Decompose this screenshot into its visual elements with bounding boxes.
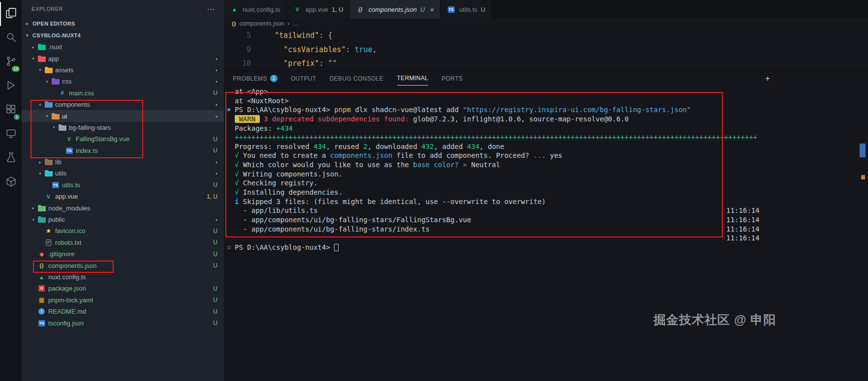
modified-dot: ● <box>216 115 217 118</box>
tree-item-utils.ts[interactable]: TSutils.tsU <box>22 179 224 191</box>
terminal-line: at <NuxtRoot> <box>224 96 868 106</box>
tree-item-components.json[interactable]: {}components.jsonU <box>22 260 224 271</box>
tree-item-label: app.vue <box>55 193 78 200</box>
terminal-line: Packages: +434 <box>224 124 868 133</box>
tree-item-css[interactable]: ▾css● <box>22 76 224 87</box>
more-actions-icon[interactable]: ⋯ <box>207 4 216 14</box>
activity-bar: 151 <box>0 0 22 381</box>
vscode-window: 151 EXPLORER ⋯ ▸ OPEN EDITORS ▾ CSYBLOG-… <box>0 0 868 381</box>
modified-dot: ● <box>216 160 217 164</box>
tree-item-pnpm-lock.yaml[interactable]: ▦pnpm-lock.yamlU <box>22 294 224 306</box>
star-file-icon: ★ <box>44 227 53 234</box>
tree-item-index.ts[interactable]: TSindex.tsU <box>22 145 224 156</box>
activity-testing[interactable] <box>0 147 22 171</box>
terminal-timestamp: 11:16:14 <box>726 206 759 215</box>
chevron-down-icon: ▾ <box>24 33 31 38</box>
git-file-icon: ◆ <box>37 251 46 258</box>
activity-containers[interactable] <box>0 171 22 195</box>
tree-item-node_modules[interactable]: ▸node_modules <box>22 202 224 213</box>
tree-item-utils[interactable]: ▾utils● <box>22 168 224 179</box>
breadcrumb[interactable]: {} components.json › ... <box>224 19 868 29</box>
line-number: 5 <box>224 29 251 43</box>
activity-search[interactable] <box>0 26 22 50</box>
open-editors-section[interactable]: ▸ OPEN EDITORS <box>22 18 224 29</box>
activity-badge: 1 <box>14 114 20 120</box>
panel-tab-ports[interactable]: PORTS <box>441 71 463 86</box>
tree-item-FallingStarsBg.vue[interactable]: VFallingStarsBg.vueU <box>22 133 224 145</box>
tree-item-label: FallingStarsBg.vue <box>76 135 129 143</box>
activity-run-debug[interactable] <box>0 74 22 98</box>
tree-item-label: components.json <box>48 262 96 269</box>
chevron-right-icon: ▸ <box>30 45 37 50</box>
git-status-badge: U <box>213 89 217 96</box>
scrollbar-thumb[interactable] <box>860 144 866 157</box>
activity-explorer[interactable] <box>0 2 22 26</box>
tab-utils.ts[interactable]: TSutils.tsU <box>440 0 492 19</box>
explorer-icon <box>5 7 17 21</box>
activity-remote-explorer[interactable] <box>0 122 22 147</box>
panel-tab-label: PROBLEMS <box>233 75 267 82</box>
code-line: 10 "prefix": "" <box>224 57 868 71</box>
tree-item-app.vue[interactable]: Vapp.vue1, U <box>22 191 224 202</box>
panel-tabs: PROBLEMS1OUTPUTDEBUG CONSOLETERMINALPORT… <box>233 71 463 86</box>
tree-item-app[interactable]: ▾app● <box>22 53 224 64</box>
tree-item-label: lib <box>55 158 62 166</box>
panel-tab-label: DEBUG CONSOLE <box>330 75 384 82</box>
tree-item-label: .gitignore <box>48 250 74 258</box>
terminal-cursor <box>334 244 339 251</box>
tree-item-label: README.md <box>48 308 86 315</box>
tab-nuxt.config.ts[interactable]: ▲nuxt.config.ts <box>224 0 287 19</box>
tree-item-package.json[interactable]: npackage.jsonU <box>22 283 224 294</box>
tree-item-.gitignore[interactable]: ◆.gitignoreU <box>22 248 224 260</box>
activity-badge: 15 <box>12 66 20 72</box>
tree-item-nuxt.config.ts[interactable]: ▲nuxt.config.ts <box>22 271 224 283</box>
tree-item-robots.txt[interactable]: robots.txtU <box>22 237 224 248</box>
tree-item-label: public <box>48 216 65 223</box>
tab-app.vue[interactable]: Vapp.vue1, U <box>287 0 350 19</box>
chevron-down-icon: ▾ <box>43 114 51 118</box>
tree-item-tsconfig.json[interactable]: TStsconfig.jsonU <box>22 317 224 328</box>
tree-item-favicon.ico[interactable]: ★favicon.icoU <box>22 225 224 236</box>
activity-source-control[interactable]: 15 <box>0 50 22 74</box>
close-icon[interactable]: × <box>430 5 434 14</box>
panel-tab-output[interactable]: OUTPUT <box>291 71 316 86</box>
tree-item-label: nuxt.config.ts <box>48 273 86 281</box>
code-editor[interactable]: 5 "tailwind": {9 "cssVariables": true,10… <box>224 29 868 71</box>
testing-icon <box>5 151 17 166</box>
tree-item-public[interactable]: ▾public● <box>22 214 224 225</box>
tree-item-lib[interactable]: ▸lib● <box>22 156 224 168</box>
terminal-line: i Skipped 3 files: (files might be ident… <box>224 197 868 206</box>
workspace-label: CSYBLOG-NUXT4 <box>32 32 81 38</box>
tree-item-label: pnpm-lock.yaml <box>48 296 93 304</box>
tree-item-ui[interactable]: ▾ui● <box>22 110 224 121</box>
chevron-down-icon: ▾ <box>30 217 37 222</box>
tree-item-main.css[interactable]: #main.cssU <box>22 88 224 99</box>
panel-tab-terminal[interactable]: TERMINAL <box>397 71 429 86</box>
terminal[interactable]: at <App>at <NuxtRoot>●PS D:\AA\csyblog-n… <box>224 86 868 381</box>
tree-item-components[interactable]: ▾components● <box>22 99 224 110</box>
tree-item-.nuxt[interactable]: ▸.nuxt <box>22 41 224 53</box>
workspace-section[interactable]: ▾ CSYBLOG-NUXT4 <box>22 29 224 41</box>
terminal-line: √ Which color would you like to use as t… <box>224 160 868 170</box>
modified-dot: ● <box>216 68 217 72</box>
tree-item-bg-falling-stars[interactable]: ▾bg-falling-stars <box>22 122 224 133</box>
panel-tab-debug-console[interactable]: DEBUG CONSOLE <box>330 71 384 86</box>
modified-dot: ● <box>216 80 217 83</box>
ts-file-icon: TS <box>51 182 60 188</box>
panel-tab-problems[interactable]: PROBLEMS1 <box>233 71 278 86</box>
tab-label: nuxt.config.ts <box>243 6 280 13</box>
tab-label: app.vue <box>306 6 328 13</box>
activity-extensions[interactable]: 1 <box>0 98 22 122</box>
tab-components.json[interactable]: {}components.jsonU× <box>350 0 440 19</box>
editor-area: ▲nuxt.config.tsVapp.vue1, U{}components.… <box>224 0 868 381</box>
tree-item-assets[interactable]: ▾assets● <box>22 64 224 76</box>
tree-item-label: app <box>48 55 59 62</box>
code-line: 5 "tailwind": { <box>224 29 868 43</box>
folder-icon <box>58 124 67 131</box>
panel-tab-label: PORTS <box>441 75 463 82</box>
tree-item-README.md[interactable]: iREADME.mdU <box>22 306 224 317</box>
new-terminal-icon[interactable]: + <box>765 74 770 84</box>
explorer-tree: ▸.nuxt▾app●▾assets●▾css●#main.cssU▾compo… <box>22 41 224 329</box>
folder-icon <box>37 216 46 223</box>
code-line: 9 "cssVariables": true, <box>224 43 868 57</box>
